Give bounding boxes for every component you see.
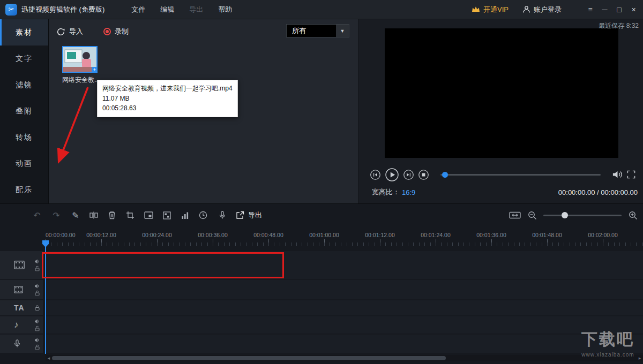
- ruler-label: 00:01:24.00: [421, 232, 450, 238]
- menu-help[interactable]: 帮助: [211, 1, 240, 19]
- sidebar-item-music[interactable]: 配乐: [0, 177, 48, 203]
- menubar: 文件 编辑 导出 帮助: [124, 1, 240, 19]
- login-button[interactable]: 账户登录: [522, 5, 562, 14]
- app-window: ✂ 迅捷视频剪辑软件 (免费版) 文件 编辑 导出 帮助 开通VIP 账户登录 …: [0, 0, 643, 364]
- lock-icon[interactable]: [35, 266, 40, 271]
- pip-button[interactable]: [141, 208, 155, 222]
- fit-timeline-button[interactable]: [508, 208, 522, 222]
- delete-button[interactable]: [105, 208, 119, 222]
- step-forward-button[interactable]: [403, 169, 414, 180]
- clock-icon: [199, 211, 207, 219]
- text-track-lane[interactable]: [46, 300, 643, 315]
- sidebar-item-animation[interactable]: 动画: [0, 150, 48, 177]
- clip-tooltip: 网络安全教育视频，进来我们一起学习吧.mp4 11.07 MB 00:05:28…: [97, 80, 238, 117]
- redo-button[interactable]: ↷: [49, 208, 63, 222]
- music-track-header[interactable]: ♪: [0, 316, 43, 333]
- step-back-button[interactable]: [370, 169, 381, 180]
- zoom-out-button[interactable]: [525, 208, 539, 222]
- record-icon: [103, 28, 111, 35]
- video-preview-screen: [385, 28, 618, 158]
- mosaic-icon: [163, 211, 171, 219]
- media-clip-card[interactable]: + 网络安全教...: [62, 46, 100, 85]
- ruler-label: 00:01:12.00: [365, 232, 394, 238]
- timeline-zoom-thumb[interactable]: [562, 212, 568, 218]
- fit-width-icon: [509, 211, 521, 219]
- mosaic-button[interactable]: [160, 208, 174, 222]
- mute-icon[interactable]: [34, 259, 40, 264]
- edit-button[interactable]: ✎: [69, 208, 83, 222]
- maximize-button[interactable]: □: [612, 0, 626, 19]
- window-menu-button[interactable]: ≡: [583, 0, 597, 19]
- timeline-export-button[interactable]: 导出: [236, 208, 262, 222]
- play-button[interactable]: [385, 168, 399, 182]
- timeline-horizontal-scrollbar[interactable]: ◂ ▸: [46, 355, 643, 361]
- timeline-zoom-slider[interactable]: [543, 215, 622, 216]
- mute-icon[interactable]: [34, 338, 40, 343]
- lock-icon[interactable]: [35, 305, 40, 310]
- mute-icon[interactable]: [34, 319, 40, 324]
- crop-icon: [126, 211, 134, 219]
- music-note-icon: ♪: [14, 320, 19, 330]
- vip-button[interactable]: 开通VIP: [472, 5, 509, 14]
- fullscreen-icon[interactable]: [627, 170, 635, 179]
- voice-track-header[interactable]: [0, 335, 43, 353]
- sidebar-item-transition[interactable]: 转场: [0, 124, 48, 150]
- voice-track-lane[interactable]: [46, 335, 643, 353]
- zoom-in-button[interactable]: [626, 208, 640, 222]
- media-filter-dropdown[interactable]: 所有 ▼: [286, 24, 349, 37]
- login-label: 账户登录: [534, 5, 562, 14]
- undo-button[interactable]: ↶: [30, 208, 44, 222]
- edit-icon: ✎: [72, 210, 79, 221]
- menu-edit[interactable]: 编辑: [153, 1, 182, 19]
- timeline-ruler[interactable]: 00:00:00.00 00:00:12.00 00:00:24.00 00:0…: [0, 230, 643, 248]
- film-strip-icon: [14, 286, 23, 293]
- video-track-1-header[interactable]: [0, 251, 43, 279]
- seek-slider-thumb[interactable]: [442, 172, 448, 178]
- caret-down-icon: ▼: [336, 25, 349, 37]
- seek-slider[interactable]: [440, 174, 601, 176]
- minimize-icon: ─: [602, 5, 608, 14]
- red-highlight-annotation: [42, 252, 284, 278]
- music-track-lane[interactable]: [46, 316, 643, 333]
- menu-export[interactable]: 导出: [182, 1, 211, 19]
- clip-name: 网络安全教...: [62, 75, 100, 85]
- record-button[interactable]: 录制: [103, 27, 129, 36]
- crown-icon: [472, 6, 480, 13]
- app-logo: ✂: [5, 4, 17, 16]
- ruler-label: 00:00:48.00: [253, 232, 283, 238]
- music-track: ♪: [0, 316, 643, 333]
- ruler-label: 00:01:00.00: [309, 232, 339, 238]
- sidebar-item-text[interactable]: 文字: [0, 46, 48, 72]
- sidebar-item-material[interactable]: 素材: [0, 19, 48, 46]
- stop-button[interactable]: [418, 169, 429, 180]
- minimize-button[interactable]: ─: [597, 0, 612, 19]
- sidebar: 素材 文字 滤镜 叠附 转场 动画 配乐: [0, 19, 48, 203]
- levels-button[interactable]: [178, 208, 192, 222]
- lock-icon[interactable]: [35, 326, 40, 331]
- lock-icon[interactable]: [35, 345, 40, 350]
- video-track-2-lane[interactable]: [46, 280, 643, 299]
- video-track-2: [0, 280, 643, 299]
- scroll-right-icon[interactable]: ▸: [637, 355, 643, 361]
- mute-icon[interactable]: [34, 284, 40, 289]
- speed-button[interactable]: [196, 208, 210, 222]
- split-button[interactable]: [87, 208, 101, 222]
- lock-icon[interactable]: [35, 291, 40, 296]
- clip-thumbnail[interactable]: +: [62, 46, 98, 73]
- import-button[interactable]: 导入: [56, 27, 83, 36]
- crop-button[interactable]: [123, 208, 137, 222]
- aspect-ratio-value[interactable]: 16:9: [402, 188, 415, 196]
- sidebar-item-filter[interactable]: 滤镜: [0, 72, 48, 98]
- scroll-left-icon[interactable]: ◂: [46, 355, 52, 361]
- voiceover-button[interactable]: [215, 208, 229, 222]
- ruler-label: 00:01:48.00: [532, 232, 562, 238]
- video-track-2-header[interactable]: [0, 280, 43, 299]
- export-icon: [236, 211, 244, 219]
- volume-icon[interactable]: [612, 170, 623, 179]
- close-button[interactable]: ×: [626, 0, 641, 19]
- text-track-header[interactable]: TA: [0, 300, 43, 315]
- scrollbar-thumb[interactable]: [52, 356, 446, 360]
- sidebar-item-overlay[interactable]: 叠附: [0, 98, 48, 124]
- menu-file[interactable]: 文件: [124, 1, 153, 19]
- zoom-in-icon: [629, 211, 638, 220]
